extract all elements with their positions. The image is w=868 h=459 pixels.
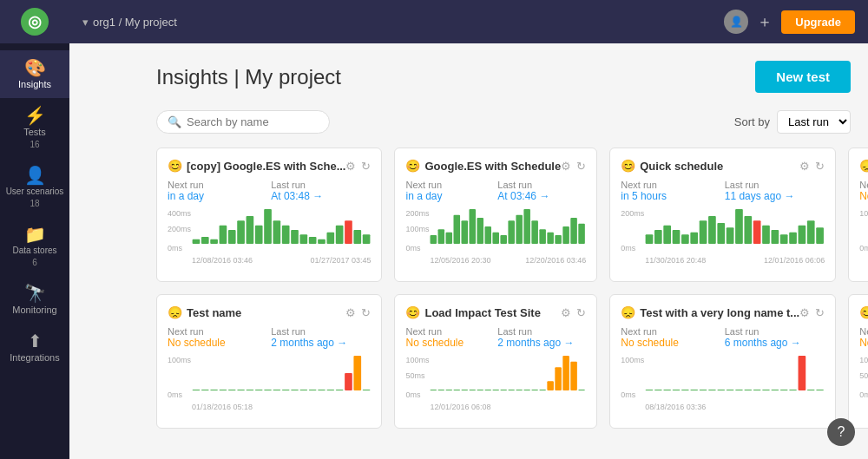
avatar[interactable]: 👤 <box>724 10 748 34</box>
svg-rect-9 <box>273 220 281 244</box>
card-title-text: [copy] Google.ES with Sche... <box>187 160 345 173</box>
svg-rect-129 <box>727 390 734 390</box>
last-run-value[interactable]: 11 days ago → <box>725 190 825 202</box>
svg-rect-110 <box>509 390 516 390</box>
new-test-button[interactable]: New test <box>755 61 851 93</box>
sidebar-item-tests[interactable]: ⚡ Tests 16 <box>0 98 69 158</box>
svg-rect-112 <box>524 390 531 390</box>
search-box[interactable]: 🔍 <box>156 110 330 134</box>
svg-rect-102 <box>446 390 453 390</box>
y-max: 100ms <box>859 356 868 364</box>
test-card[interactable]: 😊 Google.ES with Schedule ⚙ ↻ Next run i… <box>394 148 597 282</box>
sidebar-item-monitoring[interactable]: 🔭 Monitoring <box>0 276 69 324</box>
chart-svg <box>430 209 586 254</box>
refresh-icon[interactable]: ↻ <box>576 160 586 173</box>
sidebar: ◎ 🎨 Insights ⚡ Tests 16 👤 User scenarios… <box>0 0 69 459</box>
svg-rect-132 <box>753 390 761 390</box>
test-card[interactable]: 😊 Quick schedule ⚙ ↻ Next run in 5 hours… <box>609 148 836 282</box>
sort-select[interactable]: Last run Name Created <box>777 110 851 134</box>
refresh-icon[interactable]: ↻ <box>576 306 586 319</box>
svg-rect-51 <box>745 216 753 244</box>
card-header: 😊 Quick schedule ⚙ ↻ <box>621 159 825 173</box>
user-scenarios-icon: 👤 <box>24 167 46 184</box>
card-title: 😞 Test with a very long name t... <box>621 305 799 319</box>
svg-rect-115 <box>548 381 555 390</box>
test-card[interactable]: 😞 [copy] Test name ⚙ ↻ Next run No sched… <box>848 148 868 282</box>
last-run-col: Last run 11 days ago → <box>725 180 825 202</box>
settings-icon[interactable]: ⚙ <box>561 160 571 173</box>
next-run-col: Next run No schedule <box>405 326 494 349</box>
svg-rect-133 <box>762 390 770 390</box>
settings-icon[interactable]: ⚙ <box>799 160 810 173</box>
card-header: 😞 [copy] Test name ⚙ ↻ <box>859 159 868 173</box>
next-run-label: Next run <box>621 326 720 337</box>
svg-rect-6 <box>247 216 254 244</box>
upgrade-button[interactable]: Upgrade <box>781 10 855 34</box>
sidebar-item-label: Insights <box>18 79 51 89</box>
chart-date-end: 12/20/2016 03:46 <box>525 256 586 265</box>
topbar-actions: 👤 ＋ Upgrade <box>724 10 855 34</box>
svg-rect-31 <box>516 215 523 244</box>
last-run-col: Last run 2 months ago → <box>271 326 371 349</box>
sidebar-item-insights[interactable]: 🎨 Insights <box>0 50 69 98</box>
next-run-col: Next run No schedule <box>859 326 868 349</box>
test-card[interactable]: 😞 Test name ⚙ ↻ Next run No schedule Las… <box>156 294 382 429</box>
y-max: 400ms <box>168 209 191 218</box>
help-button[interactable]: ? <box>827 418 855 446</box>
chart-area: 400ms 200ms 0ms 12/08/2016 03:46 01/27/2… <box>168 209 371 261</box>
last-run-value[interactable]: 2 months ago → <box>271 337 371 349</box>
y-max: 200ms <box>621 209 644 218</box>
card-actions: ⚙ ↻ <box>799 160 825 173</box>
settings-icon[interactable]: ⚙ <box>345 306 356 319</box>
svg-rect-93 <box>309 390 317 390</box>
last-run-col: Last run 2 months ago → <box>497 326 586 349</box>
last-run-value[interactable]: At 03:48 → <box>271 190 371 202</box>
card-header: 😞 Test name ⚙ ↻ <box>168 305 371 319</box>
sidebar-item-integrations[interactable]: ⬆ Integrations <box>0 324 69 371</box>
svg-rect-2 <box>210 239 218 244</box>
test-card[interactable]: 😊 Load Impact Test Site ⚙ ↻ Next run No … <box>394 294 597 429</box>
svg-rect-111 <box>516 390 523 390</box>
search-input[interactable] <box>187 115 317 128</box>
add-button[interactable]: ＋ <box>757 11 773 32</box>
next-run-col: Next run No schedule <box>168 326 267 349</box>
svg-rect-135 <box>780 390 788 390</box>
svg-rect-108 <box>493 390 500 390</box>
chart-svg <box>192 356 371 401</box>
svg-rect-95 <box>326 390 334 390</box>
sidebar-item-data-stores[interactable]: 📁 Data stores 6 <box>0 217 69 276</box>
y-mid: 200ms <box>168 225 191 233</box>
test-card[interactable]: 😞 Test with a very long name t... ⚙ ↻ Ne… <box>609 294 836 429</box>
last-run-value[interactable]: 6 months ago → <box>725 337 825 349</box>
svg-rect-14 <box>318 239 326 244</box>
next-run-value: No schedule <box>859 190 868 202</box>
settings-icon[interactable]: ⚙ <box>799 306 810 319</box>
last-run-value[interactable]: 2 months ago → <box>497 337 586 349</box>
svg-rect-40 <box>646 234 654 244</box>
next-run-col: Next run No schedule <box>859 180 868 202</box>
settings-icon[interactable]: ⚙ <box>345 160 356 173</box>
svg-rect-126 <box>700 390 707 390</box>
svg-rect-1 <box>201 237 209 244</box>
breadcrumb[interactable]: ▾ org1 / My project <box>82 16 724 29</box>
svg-rect-106 <box>477 390 484 390</box>
chart-labels: 01/18/2016 05:18 <box>168 403 371 411</box>
refresh-icon[interactable]: ↻ <box>361 306 371 319</box>
card-header: 😊 Auto generated from google... ⚙ ↻ <box>859 305 868 319</box>
svg-rect-23 <box>454 215 461 244</box>
refresh-icon[interactable]: ↻ <box>815 160 825 173</box>
last-run-value[interactable]: At 03:46 → <box>497 190 586 202</box>
refresh-icon[interactable]: ↻ <box>361 160 371 173</box>
sidebar-item-user-scenarios[interactable]: 👤 User scenarios 18 <box>0 158 69 217</box>
refresh-icon[interactable]: ↻ <box>815 306 825 319</box>
sidebar-item-label: Data stores <box>12 246 56 255</box>
status-icon: 😊 <box>405 305 420 319</box>
run-info: Next run in a day Last run At 03:48 → <box>168 180 371 202</box>
svg-rect-13 <box>309 237 317 244</box>
logo[interactable]: ◎ <box>0 0 69 43</box>
test-card[interactable]: 😊 Auto generated from google... ⚙ ↻ Next… <box>848 294 868 429</box>
next-run-label: Next run <box>859 326 868 337</box>
test-card[interactable]: 😊 [copy] Google.ES with Sche... ⚙ ↻ Next… <box>156 148 382 282</box>
settings-icon[interactable]: ⚙ <box>561 306 571 319</box>
svg-rect-22 <box>446 233 453 244</box>
